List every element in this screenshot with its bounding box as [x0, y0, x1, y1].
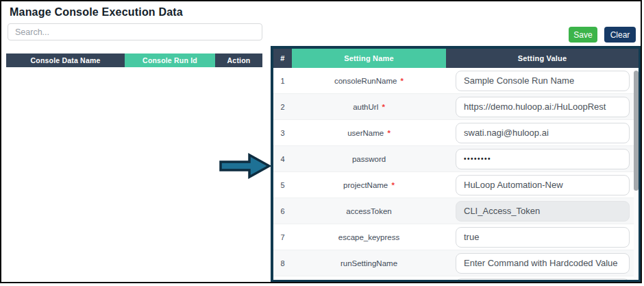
- column-header-number: #: [273, 49, 292, 68]
- settings-row-partial: [273, 276, 639, 283]
- setting-value-input[interactable]: [456, 149, 630, 169]
- row-number: 7: [273, 233, 292, 241]
- setting-name-label: password: [352, 155, 386, 163]
- settings-table-row: 4 password: [273, 146, 639, 172]
- settings-table-row: 5 projectName *: [273, 172, 639, 198]
- row-number: 2: [273, 103, 292, 111]
- setting-value-input[interactable]: [456, 227, 630, 248]
- setting-name-label: runSettingName: [340, 259, 397, 267]
- page-title: Manage Console Execution Data: [10, 6, 183, 19]
- clear-button[interactable]: Clear: [604, 27, 636, 43]
- row-number: 4: [273, 155, 292, 163]
- setting-name-label: consoleRunName: [334, 77, 397, 85]
- required-asterisk: *: [389, 181, 395, 189]
- settings-table-row: 1 consoleRunName *: [273, 68, 639, 94]
- setting-name-label: escape_keypress: [338, 233, 400, 241]
- column-header-setting-value: Setting Value: [446, 49, 639, 68]
- right-arrow-icon: [219, 153, 271, 179]
- settings-table-row: 3 userName *: [273, 120, 639, 146]
- row-number: 6: [273, 207, 292, 215]
- save-button[interactable]: Save: [569, 27, 597, 43]
- settings-table-row: 2 authUrl *: [273, 94, 639, 120]
- setting-value-input[interactable]: [456, 253, 630, 274]
- setting-value-input-partial: [456, 278, 630, 283]
- setting-value-input[interactable]: [456, 175, 630, 195]
- settings-table-row: 7 escape_keypress: [273, 224, 639, 250]
- setting-value-input[interactable]: [456, 201, 630, 222]
- settings-panel: # Setting Name Setting Value 1 consoleRu…: [271, 46, 641, 283]
- settings-table-row: 6 accessToken: [273, 198, 639, 224]
- column-header-console-data-name: Console Data Name: [6, 53, 125, 67]
- setting-name-label: accessToken: [346, 207, 391, 215]
- column-header-action: Action: [215, 53, 262, 67]
- settings-table-body: 1 consoleRunName * 2 authUrl * 3 userNam…: [273, 68, 639, 276]
- setting-name-label: authUrl: [353, 103, 378, 111]
- settings-scrollbar-thumb[interactable]: [634, 71, 639, 191]
- row-number: 3: [273, 129, 292, 137]
- settings-scrollbar-track: [634, 68, 639, 280]
- setting-value-input[interactable]: [456, 97, 630, 117]
- required-asterisk: *: [380, 103, 385, 111]
- required-asterisk: *: [398, 77, 404, 85]
- setting-value-input[interactable]: [456, 123, 630, 143]
- setting-value-input[interactable]: [456, 71, 630, 91]
- screenshot-frame: Manage Console Execution Data Save Clear…: [0, 0, 642, 283]
- setting-name-label: userName: [347, 129, 384, 137]
- row-number: 1: [273, 77, 292, 85]
- setting-name-label: projectName: [343, 181, 388, 189]
- console-data-table-header: Console Data Name Console Run Id Action: [6, 53, 262, 67]
- required-asterisk: *: [385, 129, 391, 137]
- row-number: 5: [273, 181, 292, 189]
- column-header-console-run-id: Console Run Id: [125, 53, 215, 67]
- column-header-setting-name: Setting Name: [292, 49, 446, 68]
- settings-table-row: 8 runSettingName: [273, 250, 639, 276]
- settings-table-header: # Setting Name Setting Value: [273, 49, 639, 68]
- search-input[interactable]: [8, 23, 262, 40]
- row-number: 8: [273, 259, 292, 267]
